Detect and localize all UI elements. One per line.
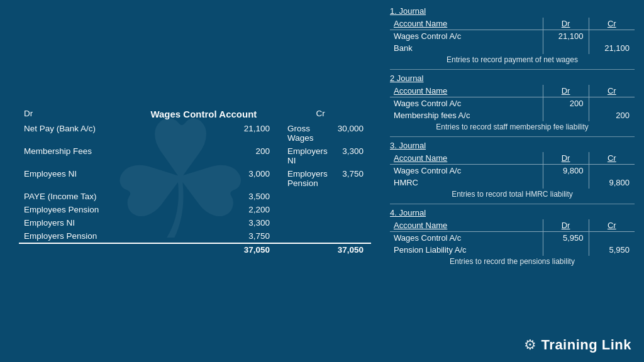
total-row: 37,050 37,050	[19, 243, 371, 256]
journal-row: Wages Control A/c 200	[390, 97, 635, 110]
credit-name: Gross Wages	[277, 122, 333, 145]
debit-name: Employees Pension	[19, 203, 130, 216]
journal-dr	[543, 42, 589, 54]
journal-table-3: Account Name Dr Cr Wages Control A/c 9,8…	[390, 152, 635, 189]
table-row: Net Pay (Bank A/c) 21,100 Gross Wages 30…	[19, 122, 371, 145]
journal-row: Bank 21,100	[390, 42, 635, 54]
debit-amount: 2,200	[130, 203, 277, 216]
journal-row: Wages Control A/c 21,100	[390, 30, 635, 43]
journal-dr: 21,100	[543, 30, 589, 43]
journal-account: HMRC	[390, 177, 543, 189]
journal-row: Pension Liability A/c 5,950	[390, 244, 635, 256]
credit-amount	[333, 190, 371, 203]
debit-amount: 200	[130, 145, 277, 167]
credit-total: 37,050	[333, 243, 371, 256]
debit-total-label	[19, 243, 130, 256]
journal-section-4: 4. Journal Account Name Dr Cr Wages Cont…	[390, 208, 635, 271]
journal-cr: 5,950	[589, 244, 635, 256]
training-link-text: Training Link	[541, 337, 631, 353]
journal-col-cr: Cr	[589, 152, 635, 165]
credit-name: Employers NI	[277, 145, 333, 167]
credit-total-label	[277, 243, 333, 256]
journal-section-2: 2 Journal Account Name Dr Cr Wages Contr…	[390, 74, 635, 137]
debit-amount: 3,750	[130, 229, 277, 243]
journal-col-dr: Dr	[543, 152, 589, 165]
debit-name: Employers NI	[19, 216, 130, 229]
debit-name: PAYE (Income Tax)	[19, 190, 130, 203]
journal-row: Membership fees A/c 200	[390, 109, 635, 121]
journal-col-cr: Cr	[589, 18, 635, 30]
journal-account: Pension Liability A/c	[390, 244, 543, 256]
credit-amount: 3,300	[333, 145, 371, 167]
journal-title-4: 4. Journal	[390, 208, 635, 217]
journal-col-account: Account Name	[390, 18, 543, 30]
credit-amount	[333, 203, 371, 216]
branding: ⚙ Training Link	[524, 337, 631, 353]
journal-section-3: 3. Journal Account Name Dr Cr Wages Cont…	[390, 141, 635, 204]
journal-account: Wages Control A/c	[390, 30, 543, 43]
journal-dr: 5,950	[543, 232, 589, 244]
journal-title-2: 2 Journal	[390, 74, 635, 83]
journal-row: Wages Control A/c 5,950	[390, 232, 635, 244]
journal-note-3: Entries to record total HMRC liability	[390, 189, 635, 200]
journal-col-cr: Cr	[589, 85, 635, 97]
journal-cr: 21,100	[589, 42, 635, 54]
table-row: PAYE (Income Tax) 3,500	[19, 190, 371, 203]
journal-dr	[543, 109, 589, 121]
credit-amount	[333, 216, 371, 229]
journal-account: Wages Control A/c	[390, 232, 543, 244]
cr-label: Cr	[277, 106, 333, 122]
credit-amount	[333, 229, 371, 243]
journal-col-account: Account Name	[390, 219, 543, 232]
debit-amount: 3,300	[130, 216, 277, 229]
table-row: Employers NI 3,300	[19, 216, 371, 229]
journal-table-2: Account Name Dr Cr Wages Control A/c 200…	[390, 85, 635, 121]
journal-col-dr: Dr	[543, 85, 589, 97]
journals-panel: 1. Journal Account Name Dr Cr Wages Cont…	[384, 0, 644, 362]
credit-name	[277, 190, 333, 203]
training-link-icon: ⚙	[524, 337, 536, 353]
journal-cr	[589, 30, 635, 43]
table-row: Employees Pension 2,200	[19, 203, 371, 216]
journal-cr: 9,800	[589, 177, 635, 189]
credit-name: Employers Pension	[277, 167, 333, 190]
wages-control-title: Wages Control Account	[130, 106, 277, 122]
journal-cr	[589, 97, 635, 110]
journal-account: Bank	[390, 42, 543, 54]
journal-table-1: Account Name Dr Cr Wages Control A/c 21,…	[390, 18, 635, 54]
credit-name	[277, 229, 333, 243]
journal-note-2: Entries to record staff membership fee l…	[390, 121, 635, 133]
journal-note-4: Entries to record the pensions liability	[390, 256, 635, 267]
journal-cr: 200	[589, 109, 635, 121]
journal-col-cr: Cr	[589, 219, 635, 232]
journal-col-account: Account Name	[390, 152, 543, 165]
wages-control-table: Dr Wages Control Account Cr Net Pay (Ban…	[19, 106, 371, 256]
journal-account: Membership fees A/c	[390, 109, 543, 121]
journal-account: Wages Control A/c	[390, 97, 543, 110]
credit-name	[277, 203, 333, 216]
debit-amount: 3,500	[130, 190, 277, 203]
debit-amount: 21,100	[130, 122, 277, 145]
debit-name: Employees NI	[19, 167, 130, 190]
journal-title-1: 1. Journal	[390, 6, 635, 16]
table-row: Employers Pension 3,750	[19, 229, 371, 243]
journal-note-1: Entries to record payment of net wages	[390, 54, 635, 65]
dr-label: Dr	[19, 106, 130, 122]
debit-name: Employers Pension	[19, 229, 130, 243]
journal-section-1: 1. Journal Account Name Dr Cr Wages Cont…	[390, 6, 635, 70]
debit-name: Membership Fees	[19, 145, 130, 167]
journal-row: HMRC 9,800	[390, 177, 635, 189]
journal-row: Wages Control A/c 9,800	[390, 165, 635, 177]
journal-dr	[543, 177, 589, 189]
journal-title-3: 3. Journal	[390, 141, 635, 150]
credit-name	[277, 216, 333, 229]
journal-table-4: Account Name Dr Cr Wages Control A/c 5,9…	[390, 219, 635, 256]
journal-col-account: Account Name	[390, 85, 543, 97]
table-row: Employees NI 3,000 Employers Pension 3,7…	[19, 167, 371, 190]
journal-cr	[589, 232, 635, 244]
table-row: Membership Fees 200 Employers NI 3,300	[19, 145, 371, 167]
debit-amount: 3,000	[130, 167, 277, 190]
journal-dr: 9,800	[543, 165, 589, 177]
debit-name: Net Pay (Bank A/c)	[19, 122, 130, 145]
journal-col-dr: Dr	[543, 18, 589, 30]
